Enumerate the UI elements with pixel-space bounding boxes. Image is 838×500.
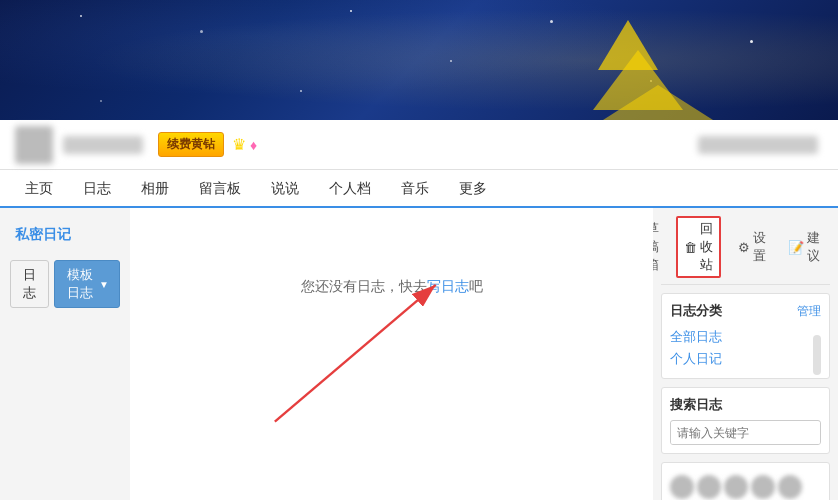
nav-item-shuoshuo[interactable]: 说说 <box>256 169 314 207</box>
recycle-label: 回收站 <box>700 220 713 274</box>
template-diary-button[interactable]: 模板日志 ▼ <box>54 260 120 308</box>
huangjin-button[interactable]: 续费黄钻 <box>158 132 224 157</box>
diary-toolbar: 📋 草稿箱 🗑 回收站 ⚙ 设置 📝 建议 <box>661 216 830 285</box>
sidebar-buttons: 日志 模板日志 ▼ <box>10 260 120 308</box>
diary-cat-personal[interactable]: 个人日记 <box>670 348 821 370</box>
nav-item-more[interactable]: 更多 <box>444 169 502 207</box>
search-box: 🔍 <box>670 420 821 445</box>
diamond-icon: ♦ <box>250 137 257 153</box>
nav-item-home[interactable]: 主页 <box>10 169 68 207</box>
tree-layer-3 <box>603 85 713 120</box>
content-area: 您还没有日志，快去写日志吧 <box>130 208 653 500</box>
search-diary-title: 搜索日志 <box>670 396 821 414</box>
diary-category-header: 日志分类 管理 <box>670 302 821 320</box>
nav-bar: 主页 日志 相册 留言板 说说 个人档 音乐 更多 <box>0 170 838 208</box>
nav-item-profile[interactable]: 个人档 <box>314 169 386 207</box>
diary-category-title: 日志分类 <box>670 302 722 320</box>
suggest-icon: 📝 <box>788 240 804 255</box>
nav-item-music[interactable]: 音乐 <box>386 169 444 207</box>
friend-avatar-4 <box>751 475 775 499</box>
scrollbar[interactable] <box>813 335 821 375</box>
search-input[interactable] <box>671 422 821 444</box>
diary-cat-all[interactable]: 全部日志 <box>670 326 821 348</box>
profile-bar: 续费黄钻 ♛ ♦ <box>0 120 838 170</box>
nav-item-album[interactable]: 相册 <box>126 169 184 207</box>
dropdown-arrow-icon: ▼ <box>99 279 109 290</box>
profile-name <box>63 136 143 154</box>
recycle-icon: 🗑 <box>684 240 697 255</box>
nav-item-diary[interactable]: 日志 <box>68 169 126 207</box>
friend-avatar-3 <box>724 475 748 499</box>
friends-section <box>661 462 830 500</box>
friend-avatar-5 <box>778 475 802 499</box>
friend-avatar-2 <box>697 475 721 499</box>
diary-manage-link[interactable]: 管理 <box>797 303 821 320</box>
suggest-label: 建议 <box>807 229 820 265</box>
empty-msg-text: 您还没有日志，快去 <box>301 278 427 294</box>
search-diary-section: 搜索日志 🔍 <box>661 387 830 454</box>
sidebar-title: 私密日记 <box>0 218 130 252</box>
settings-button[interactable]: ⚙ 设置 <box>733 227 771 267</box>
recycle-bin-button[interactable]: 🗑 回收站 <box>676 216 721 278</box>
suggest-button[interactable]: 📝 建议 <box>783 227 825 267</box>
main-area: 私密日记 日志 模板日志 ▼ 您还没有日志，快去写日志吧 <box>0 208 838 500</box>
write-diary-link[interactable]: 写日志 <box>427 278 469 294</box>
avatar <box>15 126 53 164</box>
nav-item-guestbook[interactable]: 留言板 <box>184 169 256 207</box>
template-diary-label: 模板日志 <box>65 266 94 302</box>
empty-msg-suffix: 吧 <box>469 278 483 294</box>
settings-icon: ⚙ <box>738 240 750 255</box>
crown-icon: ♛ <box>232 135 246 154</box>
avatar-row <box>670 475 821 499</box>
settings-label: 设置 <box>753 229 766 265</box>
friend-avatar-1 <box>670 475 694 499</box>
right-sidebar: 📋 草稿箱 🗑 回收站 ⚙ 设置 📝 建议 日志分类 管理 全部日志 <box>653 208 838 500</box>
diary-category-section: 日志分类 管理 全部日志 个人日记 <box>661 293 830 379</box>
header-banner <box>0 0 838 120</box>
empty-diary-message: 您还没有日志，快去写日志吧 <box>140 218 643 356</box>
profile-right-info <box>698 136 818 154</box>
left-sidebar: 私密日记 日志 模板日志 ▼ <box>0 208 130 500</box>
new-diary-button[interactable]: 日志 <box>10 260 49 308</box>
